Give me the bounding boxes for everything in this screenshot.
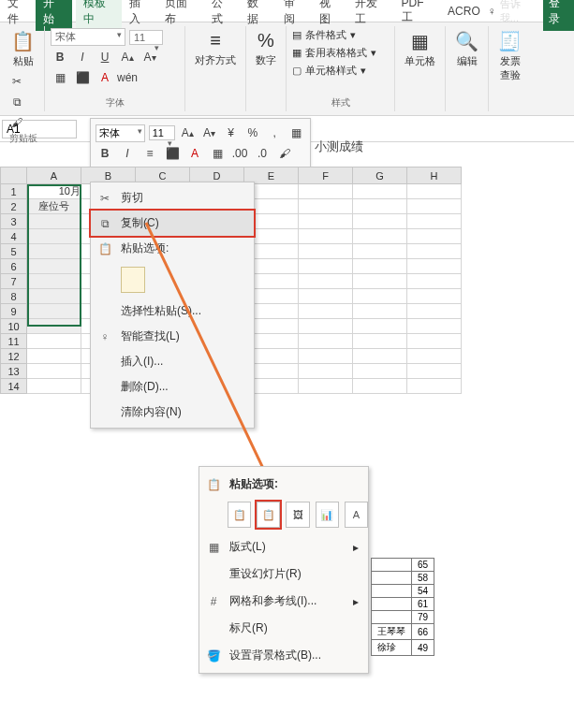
clipboard-icon: 📋: [11, 30, 35, 52]
mini-font-name[interactable]: 宋体: [96, 124, 145, 142]
cells-button[interactable]: ▦ 单元格: [401, 28, 439, 70]
row-header[interactable]: 13: [1, 364, 27, 379]
col-header[interactable]: G: [353, 167, 407, 184]
increase-font-button[interactable]: A▴: [118, 48, 137, 66]
paste-button[interactable]: 📋 粘贴: [7, 28, 38, 70]
phonetic-button[interactable]: wén: [118, 68, 137, 87]
cell[interactable]: 座位号: [27, 199, 81, 214]
row-header[interactable]: 7: [1, 274, 27, 289]
underline-button[interactable]: U: [96, 48, 114, 66]
paste-text-only-icon[interactable]: A: [345, 502, 368, 528]
tab-pdf[interactable]: PDF工: [394, 0, 440, 29]
col-header[interactable]: H: [407, 167, 462, 184]
group-font: 宋体 11 B I U A▴ A▾ ▦ ⬛ A wén 字体: [45, 26, 185, 111]
cell[interactable]: [27, 334, 81, 349]
row-header[interactable]: 6: [1, 259, 27, 274]
ctx2-grid-guides[interactable]: #网格和参考线(I)...▸: [199, 588, 368, 615]
table-cell: [372, 559, 412, 572]
ctx2-layout[interactable]: ▦版式(L)▸: [199, 533, 368, 561]
ctx2-reset-slide[interactable]: 重设幻灯片(R): [199, 561, 368, 588]
ctx2-background-format[interactable]: 🪣设置背景格式(B)...: [199, 642, 368, 669]
mini-decrease-font[interactable]: A▾: [200, 124, 218, 142]
find-icon: 🔍: [455, 30, 478, 52]
table-cell: 王琴琴: [372, 624, 412, 640]
select-all-corner[interactable]: [1, 167, 27, 184]
italic-button[interactable]: I: [73, 48, 92, 66]
mini-decimal-dec[interactable]: .00: [230, 144, 249, 163]
font-color-button[interactable]: A: [96, 68, 114, 87]
ctx-cut[interactable]: ✂剪切: [91, 185, 254, 211]
row-header[interactable]: 10: [1, 319, 27, 334]
format-as-table-button[interactable]: ▦套用表格格式▾: [292, 46, 389, 60]
border-button[interactable]: ▦: [51, 68, 69, 87]
cell[interactable]: [27, 244, 81, 259]
ctx-insert[interactable]: 插入(I)...: [91, 349, 254, 374]
mini-bold[interactable]: B: [96, 144, 114, 163]
cell[interactable]: [27, 379, 81, 394]
paste-keep-source-icon[interactable]: 📋: [257, 502, 280, 528]
mini-currency[interactable]: ¥: [222, 124, 240, 142]
mini-border[interactable]: ▦: [208, 144, 227, 163]
login-link[interactable]: 登录: [543, 0, 574, 31]
row-header[interactable]: 2: [1, 199, 27, 214]
col-header[interactable]: A: [27, 167, 81, 184]
row-header[interactable]: 11: [1, 334, 27, 349]
cut-icon[interactable]: ✂: [7, 72, 26, 91]
font-size-select[interactable]: 11: [129, 30, 163, 45]
mini-percent[interactable]: %: [243, 124, 261, 142]
tell-me-input[interactable]: 告诉我...: [500, 0, 536, 25]
row-header[interactable]: 3: [1, 214, 27, 229]
ctx-delete[interactable]: 删除(D)...: [91, 374, 254, 400]
col-header[interactable]: F: [299, 167, 353, 184]
mini-format-painter[interactable]: 🖌: [275, 144, 294, 163]
mini-italic[interactable]: I: [118, 144, 137, 163]
row-header[interactable]: 9: [1, 304, 27, 319]
paste-picture-icon[interactable]: 🖼: [286, 502, 309, 528]
cell[interactable]: [27, 289, 81, 304]
name-box[interactable]: A1: [2, 120, 77, 138]
cell[interactable]: [27, 259, 81, 274]
paste-use-dest-theme-icon[interactable]: 📋: [228, 502, 251, 528]
cell[interactable]: [27, 364, 81, 379]
copy-icon[interactable]: ⧉: [7, 93, 26, 111]
cell[interactable]: [27, 319, 81, 334]
ctx-cut-label: 剪切: [121, 190, 143, 206]
font-name-select[interactable]: 宋体: [51, 28, 125, 46]
ctx-copy[interactable]: ⧉复制(C): [91, 211, 254, 236]
mini-decimal-inc[interactable]: .0: [253, 144, 272, 163]
mini-comma[interactable]: ,: [266, 124, 284, 142]
mini-align[interactable]: ≡: [140, 144, 159, 163]
ctx2-ruler[interactable]: 标尺(R): [199, 615, 368, 642]
mini-fill-color[interactable]: ⬛: [163, 144, 182, 163]
mini-merge[interactable]: ▦: [287, 124, 305, 142]
cell[interactable]: [27, 274, 81, 289]
row-header[interactable]: 14: [1, 379, 27, 394]
row-header[interactable]: 12: [1, 349, 27, 364]
bold-button[interactable]: B: [51, 48, 69, 66]
cell[interactable]: [27, 349, 81, 364]
cell[interactable]: [27, 229, 81, 244]
ctx-clear-contents[interactable]: 清除内容(N): [91, 400, 254, 425]
cell-styles-button[interactable]: ▢单元格样式▾: [292, 64, 389, 78]
cell[interactable]: [27, 214, 81, 229]
ctx-paste-special[interactable]: 选择性粘贴(S)...: [91, 298, 254, 324]
editing-button[interactable]: 🔍 编辑: [451, 28, 482, 70]
cell[interactable]: 10月: [27, 184, 81, 199]
alignment-button[interactable]: ≡ 对齐方式: [191, 28, 240, 69]
tab-acro[interactable]: ACRO: [440, 1, 488, 22]
fill-color-button[interactable]: ⬛: [73, 68, 92, 87]
row-header[interactable]: 5: [1, 244, 27, 259]
row-header[interactable]: 4: [1, 229, 27, 244]
mini-increase-font[interactable]: A▴: [179, 124, 197, 142]
paste-default-icon[interactable]: [121, 267, 145, 293]
ctx-smart-lookup[interactable]: ♀智能查找(L): [91, 324, 254, 349]
row-header[interactable]: 1: [1, 184, 27, 199]
conditional-formatting-button[interactable]: ▤条件格式▾: [292, 28, 389, 42]
number-format-button[interactable]: % 数字: [252, 28, 280, 69]
mini-font-color[interactable]: A: [185, 144, 204, 163]
paste-embed-icon[interactable]: 📊: [316, 502, 339, 528]
cell[interactable]: [27, 304, 81, 319]
mini-font-size[interactable]: 11: [149, 125, 175, 140]
row-header[interactable]: 8: [1, 289, 27, 304]
invoice-check-button[interactable]: 🧾 发票 查验: [494, 28, 525, 84]
